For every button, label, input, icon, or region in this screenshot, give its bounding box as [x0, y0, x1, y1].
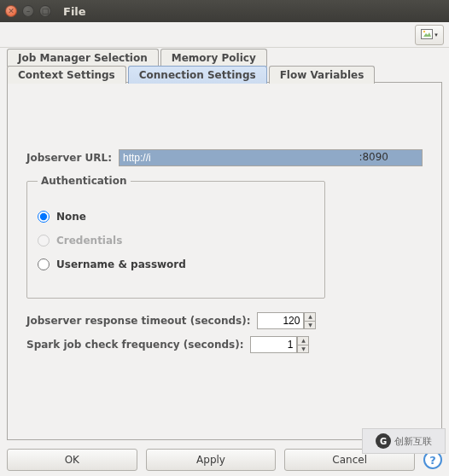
image-icon [421, 29, 433, 42]
authentication-group: Authentication None Credentials Username… [26, 175, 325, 299]
auth-credentials-label: Credentials [56, 235, 122, 247]
tab-memory-policy[interactable]: Memory Policy [160, 49, 267, 67]
tab-context-settings[interactable]: Context Settings [7, 66, 126, 84]
auth-userpass-row[interactable]: Username & password [38, 258, 314, 270]
cancel-button[interactable]: Cancel [284, 449, 415, 471]
apply-button[interactable]: Apply [146, 449, 277, 471]
window-title: File [63, 5, 86, 18]
tab-flow-variables[interactable]: Flow Variables [269, 66, 376, 84]
check-frequency-input[interactable] [250, 336, 297, 353]
toolbar: ▾ [0, 22, 449, 48]
response-timeout-row: Jobserver response timeout (seconds): ▲ … [26, 312, 423, 329]
auth-credentials-row[interactable]: Credentials [38, 235, 314, 247]
tabs-container: Job Manager Selection Memory Policy Cont… [0, 48, 449, 83]
check-frequency-down-icon[interactable]: ▼ [297, 345, 309, 354]
check-frequency-up-icon[interactable]: ▲ [297, 336, 309, 345]
response-timeout-up-icon[interactable]: ▲ [304, 312, 316, 321]
response-timeout-input[interactable] [257, 312, 304, 329]
tab-job-manager-selection[interactable]: Job Manager Selection [7, 49, 159, 67]
check-frequency-label: Spark job check frequency (seconds): [26, 339, 243, 351]
svg-point-2 [423, 30, 425, 32]
settings-panel: Jobserver URL: :8090 Authentication None… [7, 82, 442, 440]
title-bar: ✕ – □ File [0, 0, 449, 22]
authentication-legend: Authentication [38, 175, 131, 187]
response-timeout-label: Jobserver response timeout (seconds): [26, 315, 250, 327]
auth-credentials-radio[interactable] [38, 235, 50, 247]
auth-none-label: None [56, 211, 86, 223]
auth-none-radio[interactable] [38, 211, 50, 223]
auth-none-row[interactable]: None [38, 211, 314, 223]
window-buttons: ✕ – □ [5, 5, 51, 17]
ok-button[interactable]: OK [7, 449, 137, 471]
jobserver-url-label: Jobserver URL: [26, 152, 112, 164]
maximize-icon[interactable]: □ [39, 5, 51, 17]
tab-row-2: Context Settings Connection Settings Flo… [7, 65, 442, 83]
button-bar: OK Apply Cancel ? [7, 449, 442, 471]
response-timeout-down-icon[interactable]: ▼ [304, 321, 316, 330]
image-dropdown-button[interactable]: ▾ [415, 25, 444, 45]
help-button[interactable]: ? [423, 450, 442, 469]
check-frequency-spinner: ▲ ▼ [250, 336, 309, 353]
tab-row-1: Job Manager Selection Memory Policy [7, 48, 442, 66]
minimize-icon[interactable]: – [22, 5, 34, 17]
jobserver-url-row: Jobserver URL: :8090 [26, 149, 423, 166]
response-timeout-spinner: ▲ ▼ [257, 312, 316, 329]
chevron-down-icon: ▾ [434, 32, 438, 38]
jobserver-url-port: :8090 [359, 151, 388, 163]
check-frequency-row: Spark job check frequency (seconds): ▲ ▼ [26, 336, 423, 353]
auth-userpass-radio[interactable] [38, 258, 50, 270]
close-icon[interactable]: ✕ [5, 5, 17, 17]
auth-userpass-label: Username & password [56, 258, 186, 270]
tab-connection-settings[interactable]: Connection Settings [128, 66, 267, 84]
